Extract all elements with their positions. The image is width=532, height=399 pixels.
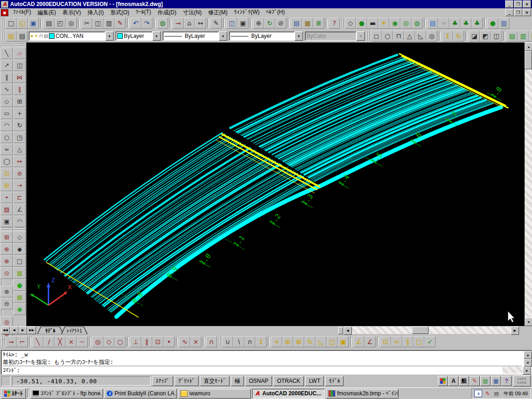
snap-from-button[interactable]: ⌐ xyxy=(17,336,28,347)
toolbar-grip[interactable] xyxy=(1,18,5,28)
color-combo-arrow[interactable]: ▼ xyxy=(152,31,161,41)
chamfer-button[interactable]: ∠ xyxy=(13,204,26,215)
rotate-button[interactable]: ↻ xyxy=(13,120,26,131)
mapping-button[interactable]: ◍ xyxy=(411,18,423,29)
fillet-button[interactable]: ◠ xyxy=(13,216,26,227)
break-button[interactable]: ⊏ xyxy=(13,192,26,203)
circle-button[interactable]: ○ xyxy=(0,132,13,143)
menu-item-3[interactable]: 挿入(I) xyxy=(84,8,107,17)
snap-none-button[interactable]: × xyxy=(190,336,201,347)
color-edges-button[interactable]: ∠ xyxy=(364,336,375,347)
polyline-button[interactable]: ∿ xyxy=(0,84,13,95)
trim-button[interactable]: ⊘ xyxy=(13,168,26,179)
status-toggle-OSNAP[interactable]: OSNAP xyxy=(245,376,272,386)
clean-button[interactable]: ≈ xyxy=(391,336,402,347)
revolve-button[interactable]: ↻ xyxy=(453,30,464,42)
delete-faces-button[interactable]: ⊠ xyxy=(293,336,304,347)
landscape-new-button[interactable]: ♣ xyxy=(449,18,460,29)
separate-button[interactable]: ∥ xyxy=(402,336,413,347)
new-button[interactable]: □ xyxy=(6,18,17,29)
command-vertical-scrollbar[interactable]: ▲ ▼ xyxy=(524,351,531,365)
region-button[interactable]: ▣ xyxy=(0,216,13,227)
ime-help-button[interactable]: ? xyxy=(502,376,512,386)
menu-item-6[interactable]: 作成(D) xyxy=(154,8,180,17)
snap-insert-button[interactable]: ⊡ xyxy=(152,336,163,347)
intersect-button[interactable]: ∩ xyxy=(244,336,255,347)
command-scroll-track[interactable] xyxy=(502,367,523,374)
status-toggle-極[interactable]: 極 xyxy=(231,376,244,386)
toolbar-grip[interactable] xyxy=(15,43,24,47)
drawing-canvas[interactable]: 0.80.91.01.11.21.31.41.51.61.71.8XYZ xyxy=(26,42,525,326)
toolbar-grip[interactable] xyxy=(218,337,221,346)
menu-item-7[interactable]: 寸法(N) xyxy=(180,8,205,17)
taper-faces-button[interactable]: ◺ xyxy=(315,336,326,347)
vertical-scrollbar[interactable]: ▲ ▼ xyxy=(525,42,532,326)
snap-perpendicular-button[interactable]: ⊥ xyxy=(130,336,141,347)
find-button[interactable]: ◎ xyxy=(66,18,77,29)
linetype-combo-arrow[interactable]: ▼ xyxy=(219,31,227,41)
horizontal-scrollbar[interactable]: ◀ ▶ xyxy=(344,326,519,334)
snap-intersection-button[interactable]: ╳ xyxy=(54,336,66,347)
setup-drawing-button[interactable]: ▤ xyxy=(507,30,518,42)
extend-button[interactable]: → xyxy=(13,180,26,191)
3d-wireframe-button[interactable]: ◆ xyxy=(13,243,26,255)
minimize-button[interactable]: _ xyxy=(505,0,514,8)
status-toggle-ｸﾞﾘｯﾄﾞ[interactable]: ｸﾞﾘｯﾄﾞ xyxy=(175,376,199,386)
menu-item-1[interactable]: 編集(E) xyxy=(34,8,59,17)
autocad-app-icon[interactable]: A xyxy=(1,1,8,8)
array-button[interactable]: ⊞ xyxy=(13,96,26,107)
ime-dictionary-button[interactable]: ▤ xyxy=(480,376,490,386)
save-button[interactable]: ▣ xyxy=(28,18,39,29)
horizontal-scroll-thumb[interactable] xyxy=(412,326,429,334)
pan-realtime-button[interactable]: ⊘ xyxy=(275,18,286,29)
command-text-area[interactable]: ﾀｲﾑ>: _w 最初のｺｰﾅｰを指定: もう一方のｺｰﾅｰを指定: ｺﾏﾝﾄﾞ… xyxy=(1,350,532,375)
lengthen-button[interactable]: ↔ xyxy=(13,156,26,167)
cut-button[interactable]: ✂ xyxy=(81,18,92,29)
tab-first-button[interactable]: ◀◀ xyxy=(1,326,10,334)
snap-midpoint-button[interactable]: ∕ xyxy=(43,336,54,347)
zoom-dynamic-button[interactable]: ⊕ xyxy=(0,243,13,255)
toolbar-grip[interactable] xyxy=(15,227,24,230)
offset-button[interactable]: ∥ xyxy=(13,84,26,95)
lineweight-combo-arrow[interactable]: ▼ xyxy=(295,31,303,41)
rotate-faces-button[interactable]: ↻ xyxy=(304,336,315,347)
move-faces-button[interactable]: + xyxy=(271,336,282,347)
layer-lock-icon[interactable]: ⊓ xyxy=(39,34,43,38)
tab-next-button[interactable]: ▶ xyxy=(18,326,27,334)
menu-item-10[interactable]: ﾍﾙﾌﾟ(H) xyxy=(263,8,288,17)
solid-wedge-button[interactable]: ◺ xyxy=(415,30,426,42)
zoom-out-button[interactable]: ⊖ xyxy=(0,298,13,309)
print-button[interactable]: ▤ xyxy=(43,18,54,29)
layer-combo-arrow[interactable]: ▼ xyxy=(105,31,114,41)
layer-combo[interactable]: ● ☀ ⊓ ▤ CON...YAN ▼ xyxy=(29,31,114,41)
erase-button[interactable]: ▱ xyxy=(13,48,26,59)
union-button[interactable]: ∪ xyxy=(222,336,233,347)
task-button-1[interactable]: iPrint BuddyII (Canon LA... xyxy=(104,389,177,399)
insert-hyperlink-button[interactable]: ◍ xyxy=(157,18,168,29)
pen-tool-icon[interactable]: ✎ xyxy=(484,390,491,397)
task-button-2[interactable]: iwamuro xyxy=(178,389,251,399)
slice-button[interactable]: ◪ xyxy=(469,30,480,42)
ime-conversion-mode-button[interactable]: 般 xyxy=(459,376,469,386)
point-button[interactable]: • xyxy=(0,192,13,203)
dbconnect-button[interactable]: ≣ xyxy=(313,18,324,29)
zoom-center-button[interactable]: ⊙ xyxy=(0,267,13,279)
maximize-button[interactable]: ❐ xyxy=(514,0,522,8)
command-horizontal-scrollbar[interactable]: ▶ xyxy=(502,367,531,374)
layers-button[interactable]: ▤ xyxy=(6,30,17,42)
zoom-scale-button[interactable]: ⊗ xyxy=(0,255,13,267)
status-toggle-ｽﾅｯﾌﾟ[interactable]: ｽﾅｯﾌﾟ xyxy=(152,376,173,386)
stretch-button[interactable]: ◳ xyxy=(13,132,26,143)
layer-thaw-icon[interactable]: ☀ xyxy=(34,34,38,38)
snap-parallel-button[interactable]: ∥ xyxy=(141,336,152,347)
menu-item-8[interactable]: 修正(M) xyxy=(205,8,231,17)
status-toggle-直交ﾓｰﾄﾞ[interactable]: 直交ﾓｰﾄﾞ xyxy=(200,376,230,386)
undo-button[interactable]: ↶ xyxy=(130,18,141,29)
command-scroll-up-button[interactable]: ▲ xyxy=(524,351,532,359)
setup-profile-button[interactable]: ▦ xyxy=(529,30,532,42)
snap-quadrant-button[interactable]: ◇ xyxy=(103,336,115,347)
layer-on-icon[interactable]: ● xyxy=(30,34,33,38)
ime-soft-keyboard-button[interactable]: ▦ xyxy=(491,376,501,386)
landscape-edit-button[interactable]: ♣ xyxy=(460,18,472,29)
solid-cone-button[interactable]: △ xyxy=(404,30,415,42)
